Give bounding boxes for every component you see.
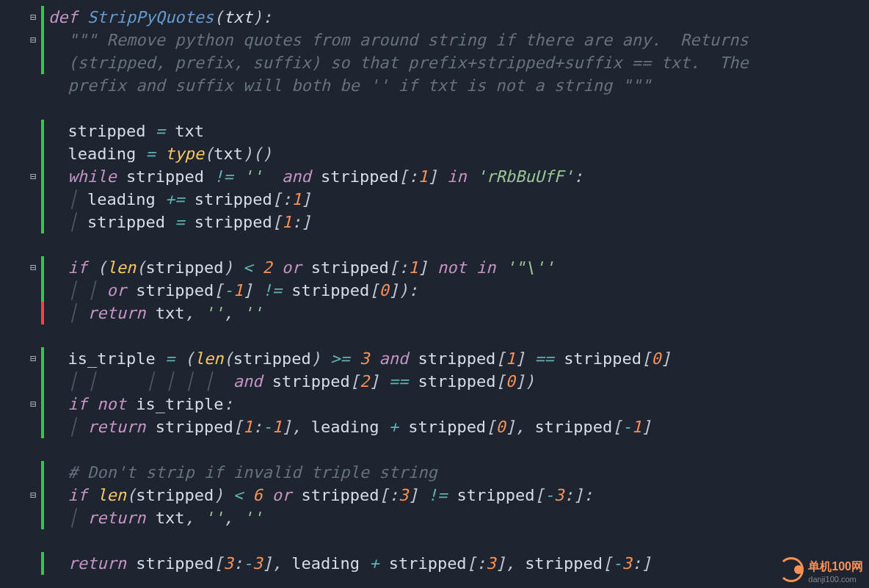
diff-marker <box>41 347 44 438</box>
diff-marker <box>41 552 44 575</box>
diff-marker <box>41 29 44 74</box>
watermark: 单机100网 danji100.com <box>779 556 863 584</box>
fold-marker-icon[interactable]: ⊟ <box>28 35 38 45</box>
fold-marker-icon[interactable]: ⊟ <box>28 490 38 500</box>
fold-marker-icon[interactable]: ⊟ <box>28 171 38 181</box>
fold-marker-icon[interactable]: ⊟ <box>28 399 38 409</box>
code-line[interactable]: """ Remove python quotes from around str… <box>48 29 869 51</box>
code-line[interactable]: if len(stripped) < 6 or stripped[:3] != … <box>48 484 869 507</box>
code-line[interactable] <box>48 438 869 461</box>
code-line[interactable]: (stripped, prefix, suffix) so that prefi… <box>48 51 869 74</box>
code-line[interactable]: def StripPyQuotes(txt): <box>48 6 869 29</box>
fold-marker-icon[interactable]: ⊟ <box>28 262 38 272</box>
diff-marker <box>41 120 44 233</box>
code-editor: ⊟⊟⊟⊟⊟⊟⊟ def StripPyQuotes(txt): """ Remo… <box>0 0 869 588</box>
code-area[interactable]: def StripPyQuotes(txt): """ Remove pytho… <box>44 0 869 588</box>
code-line[interactable]: leading = type(txt)() <box>48 142 869 165</box>
code-line[interactable]: while stripped != '' and stripped[:1] in… <box>48 165 869 188</box>
diff-marker <box>41 461 44 529</box>
code-line[interactable]: │ return stripped[1:-1], leading + strip… <box>48 415 869 438</box>
code-line[interactable]: return stripped[3:-3], leading + strippe… <box>48 552 869 575</box>
code-line[interactable]: if (len(stripped) < 2 or stripped[:1] no… <box>48 256 869 279</box>
fold-marker-icon[interactable]: ⊟ <box>28 353 38 363</box>
code-line[interactable]: │ return txt, '', '' <box>48 507 869 529</box>
code-line[interactable] <box>48 97 869 120</box>
watermark-logo-icon <box>779 557 804 582</box>
code-line[interactable]: prefix and suffix will both be '' if txt… <box>48 74 869 97</box>
code-line[interactable]: is_triple = (len(stripped) >= 3 and stri… <box>48 347 869 370</box>
diff-marker <box>41 6 44 29</box>
code-line[interactable]: │ │ or stripped[-1] != stripped[0]): <box>48 279 869 302</box>
code-line[interactable]: │ │ │ │ │ │ and stripped[2] == stripped[… <box>48 370 869 393</box>
diff-marker <box>41 256 44 302</box>
code-line[interactable]: stripped = txt <box>48 120 869 142</box>
watermark-url: danji100.com <box>808 575 863 584</box>
editor-gutter: ⊟⊟⊟⊟⊟⊟⊟ <box>0 0 44 588</box>
code-line[interactable] <box>48 233 869 256</box>
watermark-brand: 单机100网 <box>808 560 863 573</box>
fold-marker-icon[interactable]: ⊟ <box>28 12 38 22</box>
code-line[interactable]: if not is_triple: <box>48 393 869 415</box>
diff-marker <box>41 302 44 324</box>
code-line[interactable] <box>48 529 869 552</box>
code-line[interactable] <box>48 324 869 347</box>
code-line[interactable]: │ stripped = stripped[1:] <box>48 211 869 233</box>
code-line[interactable]: │ return txt, '', '' <box>48 302 869 324</box>
code-line[interactable]: │ leading += stripped[:1] <box>48 188 869 211</box>
code-line[interactable]: # Don't strip if invalid triple string <box>48 461 869 484</box>
